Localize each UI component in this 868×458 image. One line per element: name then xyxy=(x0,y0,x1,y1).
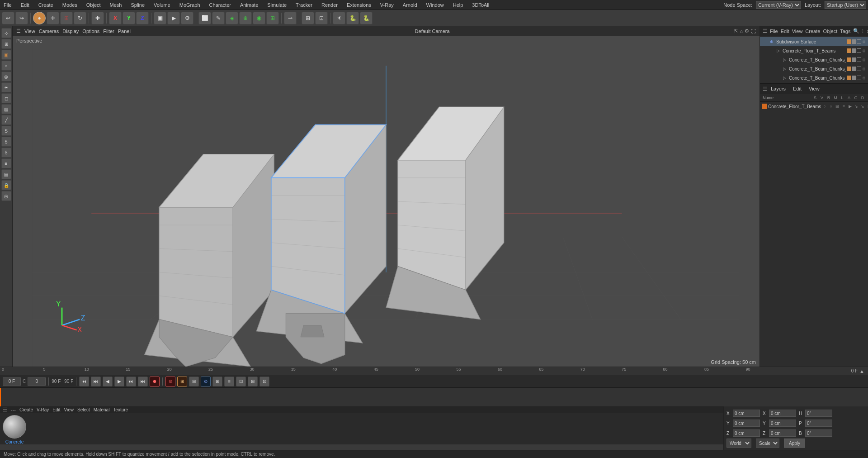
menu-window[interactable]: Window xyxy=(425,1,446,9)
menu-render[interactable]: Render xyxy=(320,1,340,9)
sidebar-material-btn[interactable]: ◻ xyxy=(1,93,11,103)
right-panel-file[interactable]: File xyxy=(770,29,778,34)
timeline-track[interactable] xyxy=(0,388,868,406)
settings-btn[interactable]: ⚙ xyxy=(181,12,193,24)
menu-vray[interactable]: V-Ray xyxy=(378,1,396,9)
cube-btn[interactable]: ⬜ xyxy=(198,12,211,24)
menu-character[interactable]: Character xyxy=(208,1,233,9)
play-btn[interactable]: ▶ xyxy=(167,12,180,24)
layer-icon-s[interactable]: ○ xyxy=(822,104,827,109)
grid-btn[interactable]: ⊞ xyxy=(302,12,314,24)
viewport-settings-icon[interactable]: ⚙ xyxy=(745,28,749,34)
menu-simulate[interactable]: Simulate xyxy=(265,1,288,9)
options-menu[interactable]: Options xyxy=(82,29,99,34)
coord-x-input[interactable] xyxy=(733,410,760,417)
right-panel-object[interactable]: Object xyxy=(823,29,837,34)
timeline-btn-1[interactable]: ⊞ xyxy=(189,377,199,386)
sidebar-camera-btn[interactable]: ◎ xyxy=(1,72,11,81)
mat-create-menu[interactable]: Create xyxy=(19,407,33,412)
sidebar-tag-btn[interactable]: ▨ xyxy=(1,104,11,114)
right-panel-tags[interactable]: Tags xyxy=(840,29,850,34)
filter-menu[interactable]: Filter xyxy=(103,29,114,34)
apply-button[interactable]: Apply xyxy=(784,439,805,448)
layer-icon-l[interactable]: ▶ xyxy=(847,104,853,109)
timeline-btn-2[interactable]: ⊙ xyxy=(201,377,211,386)
hierarchy-row-subdiv[interactable]: ⊕ Subdivision Surface ⊞ xyxy=(760,37,868,46)
sidebar-sculpt-btn[interactable]: S xyxy=(1,126,11,136)
cameras-menu[interactable]: Cameras xyxy=(39,29,59,34)
pen-btn[interactable]: ✎ xyxy=(212,12,225,24)
menu-tracker[interactable]: Tracker xyxy=(294,1,314,9)
play-back-btn[interactable]: ◀ xyxy=(103,377,113,386)
transform-btn[interactable]: ✚ xyxy=(91,12,104,24)
workplane-btn[interactable]: ⊡ xyxy=(315,12,328,24)
menu-mesh[interactable]: Mesh xyxy=(108,1,124,9)
sidebar-layer-btn[interactable]: ≡ xyxy=(1,158,11,168)
layers-edit-menu[interactable]: Edit xyxy=(793,86,802,91)
rotate-btn[interactable]: ↻ xyxy=(74,12,86,24)
poly-mode-btn[interactable]: ▣ xyxy=(154,12,166,24)
deform-btn[interactable]: ◉ xyxy=(253,12,265,24)
layer-icon-v[interactable]: ○ xyxy=(828,104,834,109)
layer-icon-d[interactable]: D xyxy=(866,104,868,109)
material-item[interactable]: Concrete xyxy=(3,415,26,444)
home-icon[interactable]: ⌂ xyxy=(740,29,743,34)
y-axis-btn[interactable]: Y xyxy=(123,12,135,24)
prev-frame-btn[interactable]: ⏭ xyxy=(91,377,101,386)
coord-b-input[interactable] xyxy=(805,429,832,437)
coord-z2-input[interactable] xyxy=(769,429,796,437)
layers-hamburger[interactable]: ☰ xyxy=(763,86,767,92)
timeline-btn-3[interactable]: ⊞ xyxy=(212,377,222,386)
hierarchy-row-chunks[interactable]: ▷ Concrete_T_Beam_Chunks ⊞ xyxy=(760,73,868,82)
menu-help[interactable]: Help xyxy=(451,1,465,9)
sidebar-shape-btn[interactable]: ▣ xyxy=(1,50,11,60)
hamburger-icon[interactable]: ☰ xyxy=(16,28,21,34)
python2-btn[interactable]: 🐍 xyxy=(360,12,373,24)
go-start-btn[interactable]: ⏮ xyxy=(79,377,89,386)
timeline-btn-4[interactable]: ≡ xyxy=(224,377,234,386)
go-end-btn[interactable]: ⏭ xyxy=(138,377,148,386)
layers-view-menu[interactable]: View xyxy=(809,86,820,91)
right-panel-edit[interactable]: Edit xyxy=(781,29,789,34)
sidebar-light-btn[interactable]: ☀ xyxy=(1,82,11,92)
node-space-select[interactable]: Current (V-Ray) xyxy=(756,1,801,9)
coord-y-input[interactable] xyxy=(733,420,760,427)
menu-animate[interactable]: Animate xyxy=(238,1,260,9)
sidebar-pointer-btn[interactable]: ⊹ xyxy=(1,28,11,38)
sidebar-fx-btn[interactable]: ▤ xyxy=(1,169,11,179)
sidebar-lock-btn[interactable]: 🔒 xyxy=(1,180,11,190)
layer-icon-r[interactable]: ⊞ xyxy=(835,104,840,109)
light-btn[interactable]: ☀ xyxy=(333,12,345,24)
sidebar-ring-btn[interactable]: ◎ xyxy=(1,191,11,201)
menu-object[interactable]: Object xyxy=(85,1,103,9)
timeline-btn-6[interactable]: ⊞ xyxy=(248,377,258,386)
mat-view-menu[interactable]: View xyxy=(64,407,74,412)
sidebar-spline-btn[interactable]: ○ xyxy=(1,61,11,71)
panel-menu[interactable]: Panel xyxy=(118,29,131,34)
coord-x2-input[interactable] xyxy=(769,410,796,417)
hierarchy-row-chunks-002[interactable]: ▷ Concrete_T_Beam_Chunks_002 ⊞ xyxy=(760,64,868,73)
sidebar-pen-btn[interactable]: ╱ xyxy=(1,115,11,125)
key-all-btn[interactable]: ⊞ xyxy=(177,377,187,386)
menu-extensions[interactable]: Extensions xyxy=(345,1,373,9)
hierarchy-row-floor-beams[interactable]: ▷ Concrete_Floor_T_Beams ⊞ xyxy=(760,46,868,55)
python-btn[interactable]: 🐍 xyxy=(346,12,359,24)
layer-row-0[interactable]: Concrete_Floor_T_Beams ○ ○ ⊞ ≡ ▶ ↘ ↘ D xyxy=(760,102,868,111)
timeline-btn-5[interactable]: ⊡ xyxy=(236,377,246,386)
layer-icon-m[interactable]: ≡ xyxy=(841,104,846,109)
expand-icon[interactable]: ⇱ xyxy=(734,28,738,34)
display-menu[interactable]: Display xyxy=(62,29,79,34)
mat-vray-menu[interactable]: V-Ray xyxy=(37,407,49,412)
sidebar-s3-btn[interactable]: $ xyxy=(1,148,11,157)
right-panel-create[interactable]: Create xyxy=(805,29,820,34)
x-axis-btn[interactable]: X xyxy=(109,12,122,24)
menu-arnold[interactable]: Arnold xyxy=(401,1,419,9)
right-panel-view-btn[interactable]: View xyxy=(792,29,803,34)
mat-edit-menu[interactable]: Edit xyxy=(52,407,60,412)
world-dropdown[interactable]: World Object xyxy=(726,439,751,448)
menu-file[interactable]: File xyxy=(2,1,14,9)
z-axis-btn[interactable]: Z xyxy=(136,12,149,24)
menu-edit[interactable]: Edit xyxy=(19,1,31,9)
coord-p-input[interactable] xyxy=(805,420,832,427)
mat-select-menu[interactable]: Select xyxy=(77,407,90,412)
